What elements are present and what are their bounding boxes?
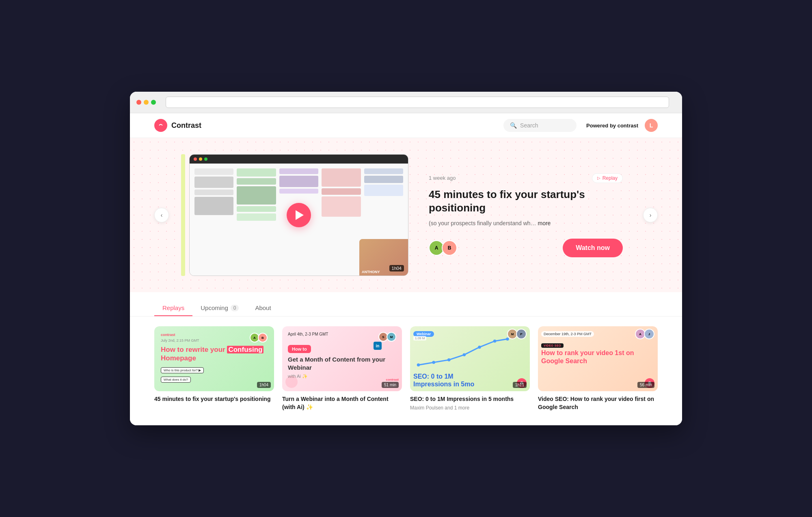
- hero-time-ago: 1 week ago: [429, 175, 456, 181]
- card4-date-label: December 19th, 2-3 PM GMT: [541, 331, 594, 337]
- logo-area[interactable]: Contrast: [154, 119, 201, 132]
- search-bar[interactable]: 🔍 Search: [503, 119, 577, 132]
- kanban-col-1: [194, 168, 233, 271]
- kanban-card: [194, 177, 233, 188]
- tabs-section: Replays Upcoming 0 About: [130, 292, 682, 317]
- card1-logo-area: contrast July 2nd, 2:15 PM GMT: [161, 333, 199, 343]
- card2-main-title: Get a Month of Content from your Webinar: [288, 355, 396, 371]
- card4-seo-badge: VIDEO SEO: [541, 341, 564, 348]
- app-container: Contrast 🔍 Search Powered by contrast L …: [130, 113, 682, 425]
- kanban-card: [322, 188, 361, 195]
- address-bar[interactable]: [166, 97, 669, 108]
- kanban-card: [322, 168, 361, 187]
- logo-icon: [154, 119, 167, 132]
- replay-icon: ▷: [597, 176, 600, 180]
- hero-more-link[interactable]: more: [538, 220, 551, 226]
- card1-body-title: 45 minutes to fix your startup's positio…: [154, 395, 274, 403]
- kanban-card: [194, 197, 233, 215]
- avatar-inner-1: A: [430, 241, 443, 255]
- svg-point-4: [463, 353, 466, 357]
- card1-content: contrast July 2nd, 2:15 PM GMT A B How t…: [154, 326, 274, 389]
- svg-point-6: [493, 340, 497, 343]
- card2-sub: with Ai ✨: [288, 374, 396, 379]
- svg-point-1: [417, 364, 420, 367]
- hero-desc-text: (so your prospects finally understand wh…: [429, 220, 538, 226]
- hero-avatar-2: B: [442, 240, 457, 256]
- kanban-card: [364, 168, 403, 174]
- card2-badge: How to: [288, 345, 311, 353]
- tab-about-label: About: [255, 304, 271, 311]
- card1-tag2: What does it do?: [161, 377, 191, 383]
- play-button[interactable]: [287, 203, 311, 227]
- card2-avatars: S M: [378, 332, 396, 342]
- card3-body-sub: Maxim Poulsen and 1 more: [410, 405, 530, 411]
- card4-duration: 56 min: [637, 382, 654, 388]
- kanban-card: [237, 206, 276, 212]
- svg-point-2: [432, 361, 435, 364]
- card1-avatar-2: B: [258, 333, 268, 343]
- kanban-card: [237, 186, 276, 205]
- card2-content: April 4th, 2-3 PM GMT S M in How to Get …: [282, 326, 402, 385]
- card-4[interactable]: December 19th, 2-3 PM GMT A J VIDEO SEO …: [538, 326, 658, 415]
- hero-video[interactable]: ANTHONY 1h04: [189, 154, 408, 276]
- card2-body: Turn a Webinar into a Month of Content (…: [282, 391, 402, 415]
- card2-icon-circle: [285, 376, 298, 388]
- card-2[interactable]: April 4th, 2-3 PM GMT S M in How to Get …: [282, 326, 402, 415]
- maximize-dot[interactable]: [151, 100, 156, 105]
- search-label: Search: [520, 122, 538, 129]
- card1-duration: 1h04: [257, 382, 271, 388]
- card1-body: 45 minutes to fix your startup's positio…: [154, 391, 274, 407]
- replay-badge: ▷ Replay: [592, 173, 623, 183]
- close-dot[interactable]: [136, 100, 141, 105]
- tab-replays[interactable]: Replays: [154, 300, 192, 316]
- card4-body: Video SEO: How to rank your video first …: [538, 391, 658, 415]
- card1-tag1: Who is this product for? ▶: [161, 367, 204, 373]
- tab-about[interactable]: About: [247, 300, 279, 316]
- svg-point-5: [478, 346, 481, 349]
- kanban-card: [279, 189, 318, 194]
- svg-point-3: [447, 358, 451, 362]
- search-icon: 🔍: [510, 122, 517, 129]
- watch-now-button[interactable]: Watch now: [563, 239, 623, 257]
- play-icon: [296, 210, 304, 220]
- header: Contrast 🔍 Search Powered by contrast L: [130, 113, 682, 138]
- card2-body-title: Turn a Webinar into a Month of Content (…: [282, 395, 402, 411]
- kanban-card: [237, 178, 276, 185]
- topbar-dot-yellow: [199, 157, 202, 161]
- user-avatar[interactable]: L: [645, 119, 658, 132]
- card1-title: How to rewrite your Confusing Homepage: [161, 346, 268, 362]
- topbar-dot-red: [194, 157, 197, 161]
- card4-seo-label: VIDEO SEO: [541, 343, 564, 348]
- card3-avatar-2: P: [516, 329, 527, 339]
- hero-info: 1 week ago ▷ Replay 45 minutes to fix yo…: [429, 173, 623, 258]
- tab-upcoming[interactable]: Upcoming 0: [192, 300, 247, 316]
- card-thumb-4: December 19th, 2-3 PM GMT A J VIDEO SEO …: [538, 326, 658, 391]
- card4-avatar-2: J: [644, 329, 654, 339]
- card2-date: April 4th, 2-3 PM GMT: [288, 332, 328, 336]
- minimize-dot[interactable]: [144, 100, 149, 105]
- linkedin-label: in: [376, 344, 380, 348]
- card1-logo: contrast: [161, 333, 199, 337]
- kanban-card: [194, 190, 233, 195]
- yellow-strip: [181, 154, 185, 276]
- hero-next-button[interactable]: ›: [643, 208, 658, 222]
- svg-point-7: [506, 338, 509, 341]
- hero-title: 45 minutes to fix your startup's positio…: [429, 188, 623, 215]
- card-1[interactable]: contrast July 2nd, 2:15 PM GMT A B How t…: [154, 326, 274, 415]
- card-3[interactable]: Webinar M P: [410, 326, 530, 415]
- hero-video-container: ANTHONY 1h04: [189, 154, 408, 276]
- card1-avatars: A B: [250, 333, 268, 343]
- person-label: ANTHONY: [362, 270, 380, 274]
- browser-dots: [136, 100, 156, 105]
- card4-date: December 19th, 2-3 PM GMT: [541, 330, 594, 337]
- hero-avatars: A B: [429, 240, 457, 256]
- svg-point-0: [158, 122, 164, 129]
- kanban-card: [322, 196, 361, 217]
- tabs: Replays Upcoming 0 About: [154, 300, 658, 316]
- replay-label: Replay: [603, 175, 618, 181]
- card3-metric: 1.09 M: [413, 336, 426, 340]
- kanban-card: [237, 213, 276, 221]
- card3-body-title: SEO: 0 to 1M Impressions in 5 months: [410, 395, 530, 403]
- kanban-card: [364, 176, 403, 183]
- hero-prev-button[interactable]: ‹: [154, 208, 169, 222]
